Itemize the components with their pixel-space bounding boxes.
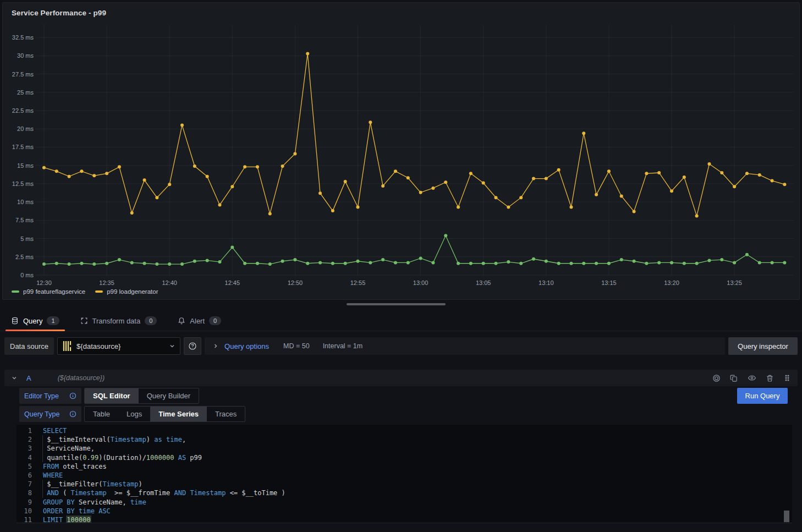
run-query-button[interactable]: Run Query <box>737 388 788 404</box>
data-point <box>256 262 259 265</box>
code-line[interactable]: 2 $__timeInterval(Timestamp) as time, <box>17 435 792 444</box>
chart-legend: p99 featureflagservice p99 loadgenerator <box>12 288 158 295</box>
editor-type-field-label: Editor Type <box>19 388 81 404</box>
info-circle-icon[interactable] <box>69 392 76 399</box>
query-row-header[interactable]: A (${datasource}) <box>4 370 798 386</box>
x-axis-tick-label: 12:50 <box>288 279 303 286</box>
code-line[interactable]: 11LIMIT 100000 <box>17 515 792 523</box>
data-point <box>444 180 447 184</box>
data-point <box>419 256 422 260</box>
data-point <box>155 196 158 199</box>
data-point <box>55 169 58 173</box>
editor-type-sql-editor[interactable]: SQL Editor <box>85 388 139 403</box>
data-point <box>230 246 234 249</box>
data-point <box>495 262 498 265</box>
query-type-logs[interactable]: Logs <box>118 407 150 421</box>
data-point <box>293 152 296 155</box>
query-row-actions <box>712 374 791 382</box>
datasource-picker[interactable]: ${datasource} <box>57 337 180 355</box>
data-point <box>256 165 259 168</box>
data-point <box>419 191 422 194</box>
x-axis-tick-label: 12:35 <box>99 279 114 286</box>
tab-label: Alert <box>190 317 205 325</box>
query-ref-id[interactable]: A <box>26 374 31 382</box>
line-number: 1 <box>17 426 32 435</box>
code-line[interactable]: 9GROUP BY ServiceName, time <box>17 498 792 507</box>
sql-code-editor[interactable]: 1SELECT2 $__timeInterval(Timestamp) as t… <box>17 425 792 523</box>
data-point <box>218 260 221 264</box>
query-inspector-button[interactable]: Query inspector <box>728 337 798 355</box>
editor-scrollbar-slider[interactable] <box>784 511 789 522</box>
legend-item[interactable]: p99 loadgenerator <box>95 288 158 295</box>
code-line[interactable]: 10ORDER BY time ASC <box>17 507 792 515</box>
datasource-help-button[interactable] <box>184 337 201 355</box>
code-line[interactable]: 6WHERE <box>17 471 792 480</box>
data-point <box>645 172 648 175</box>
line-number: 7 <box>17 480 32 489</box>
hide-query-eye-icon[interactable] <box>748 374 756 382</box>
delete-query-trash-icon[interactable] <box>766 374 774 382</box>
chevron-right-icon <box>212 343 219 349</box>
horizontal-scrollbar-thumb[interactable] <box>347 303 446 305</box>
code-line[interactable]: 4 quantile(0.99)(Duration)/1000000 AS p9… <box>17 453 792 462</box>
y-axis-tick-label: 22.5 ms <box>12 107 34 114</box>
data-point <box>155 262 158 266</box>
x-axis-tick-label: 13:20 <box>664 279 679 286</box>
collapse-chevron-icon[interactable] <box>11 375 18 381</box>
data-point <box>356 205 360 209</box>
code-text: GROUP BY ServiceName, time <box>43 498 146 507</box>
x-axis-tick-label: 13:10 <box>539 279 554 286</box>
data-point <box>331 262 334 265</box>
data-point <box>42 166 46 169</box>
data-point <box>783 261 786 264</box>
data-point <box>293 258 296 261</box>
drag-handle-grip-icon[interactable] <box>783 374 791 382</box>
duplicate-query-icon[interactable] <box>730 374 738 382</box>
code-line[interactable]: 7 $__timeFilter(Timestamp) <box>17 480 792 489</box>
data-point <box>595 262 598 265</box>
data-point <box>180 124 184 127</box>
code-line[interactable]: 8 AND ( Timestamp >= $__fromTime AND Tim… <box>17 489 792 497</box>
legend-item[interactable]: p99 featureflagservice <box>12 288 85 295</box>
tab-query[interactable]: Query 1 <box>9 311 62 331</box>
tab-badge: 0 <box>209 316 221 325</box>
record-circle-icon[interactable] <box>712 374 721 382</box>
data-point <box>218 203 221 206</box>
data-point <box>118 258 121 261</box>
datasource-picker-value: ${datasource} <box>76 342 164 350</box>
code-line[interactable]: 3 ServiceName, <box>17 444 792 453</box>
data-point <box>482 262 485 265</box>
data-point <box>92 174 96 177</box>
data-point <box>620 195 623 198</box>
data-point <box>268 212 272 215</box>
tab-alert[interactable]: Alert 0 <box>175 311 223 331</box>
code-text: WHERE <box>43 471 63 480</box>
data-point <box>595 193 598 196</box>
data-point <box>519 262 523 265</box>
query-type-traces[interactable]: Traces <box>207 407 245 421</box>
chart-svg[interactable]: 0 ms2.5 ms5 ms7.5 ms10 ms12.5 ms15 ms17.… <box>3 3 800 300</box>
data-point <box>569 205 573 209</box>
info-circle-icon[interactable] <box>69 410 76 418</box>
data-point <box>105 172 108 175</box>
code-text: ServiceName, <box>43 444 95 453</box>
query-type-time-series[interactable]: Time Series <box>150 407 207 421</box>
data-point <box>394 169 397 173</box>
code-line[interactable]: 5FROM otel_traces <box>17 462 792 471</box>
tab-label: Query <box>23 317 42 325</box>
data-point <box>243 262 246 265</box>
code-text: ORDER BY time ASC <box>43 507 111 515</box>
data-point <box>683 262 686 265</box>
data-point <box>143 262 146 265</box>
editor-type-query-builder[interactable]: Query Builder <box>139 388 199 403</box>
line-number: 5 <box>17 462 32 471</box>
data-point <box>670 189 673 193</box>
y-axis-tick-label: 10 ms <box>17 199 34 205</box>
data-point <box>80 262 83 265</box>
data-point <box>457 262 460 265</box>
query-type-table[interactable]: Table <box>85 407 118 421</box>
code-line[interactable]: 1SELECT <box>17 426 792 435</box>
tab-transform-data[interactable]: Transform data 0 <box>78 311 160 331</box>
series-line <box>44 53 784 216</box>
query-options-toggle[interactable]: Query options MD = 50 Interval = 1m <box>205 337 725 355</box>
